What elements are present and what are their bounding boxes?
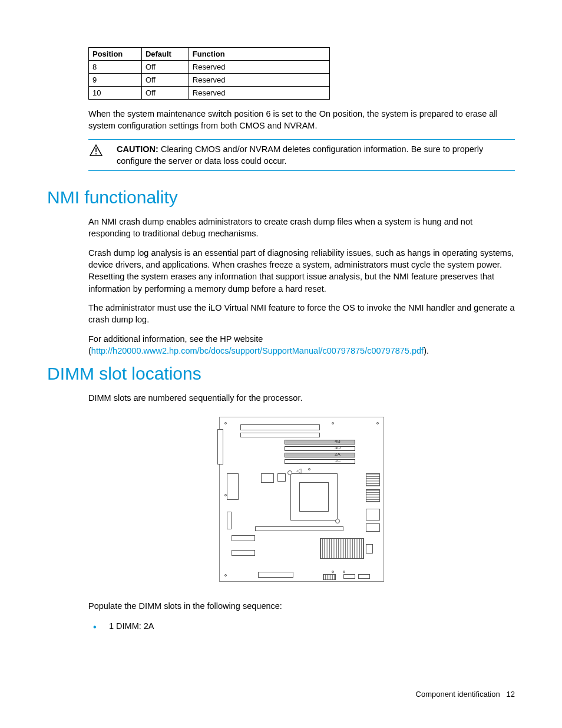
th-default: Default (141, 48, 189, 61)
cell-position: 10 (89, 87, 142, 100)
nmi-p4-post: ). (424, 346, 429, 355)
dimm-diagram: 4B 3D 2A 1C ◁ (88, 417, 515, 584)
caution-label: CAUTION: (117, 144, 158, 154)
cell-default: Off (141, 61, 189, 74)
list-item: 1 DIMM: 2A (88, 620, 515, 633)
cell-position: 9 (89, 74, 142, 87)
nmi-heading: NMI functionality (47, 187, 515, 207)
maintenance-note: When the system maintenance switch posit… (88, 108, 515, 132)
footer-page: 12 (507, 690, 515, 699)
nmi-p2: Crash dump log analysis is an essential … (88, 247, 515, 295)
table-row: 9 Off Reserved (89, 74, 330, 87)
cell-default: Off (141, 74, 189, 87)
hp-website-link[interactable]: http://h20000.www2.hp.com/bc/docs/suppor… (91, 346, 424, 355)
dimm-label-3d: 3D (335, 445, 340, 450)
footer-section: Component identification (416, 690, 500, 699)
nmi-p4: For additional information, see the HP w… (88, 333, 515, 357)
dimm-sequence-list: 1 DIMM: 2A (88, 620, 515, 633)
th-function: Function (189, 48, 329, 61)
dimm-populate: Populate the DIMM slots in the following… (88, 600, 515, 612)
page-footer: Component identification 12 (416, 690, 515, 699)
cell-position: 8 (89, 61, 142, 74)
cell-function: Reserved (189, 74, 329, 87)
caution-box: CAUTION: Clearing CMOS and/or NVRAM dele… (88, 139, 515, 172)
dimm-intro: DIMM slots are numbered sequentially for… (88, 392, 515, 404)
dimm-label-1c: 1C (335, 458, 340, 463)
cell-function: Reserved (189, 61, 329, 74)
switch-table: Position Default Function 8 Off Reserved… (88, 47, 515, 100)
table-row: 10 Off Reserved (89, 87, 330, 100)
dimm-heading: DIMM slot locations (47, 364, 515, 384)
caution-icon (88, 143, 105, 158)
dimm-label-4b: 4B (335, 439, 340, 444)
th-position: Position (89, 48, 142, 61)
caution-text: CAUTION: Clearing CMOS and/or NVRAM dele… (117, 143, 515, 167)
cell-function: Reserved (189, 87, 329, 100)
nmi-p3: The administrator must use the iLO Virtu… (88, 302, 515, 326)
nmi-p1: An NMI crash dump enables administrators… (88, 216, 515, 240)
cell-default: Off (141, 87, 189, 100)
svg-point-2 (95, 153, 97, 154)
table: Position Default Function 8 Off Reserved… (88, 47, 330, 100)
dimm-label-2a: 2A (335, 452, 340, 457)
table-row: 8 Off Reserved (89, 61, 330, 74)
caution-body: Clearing CMOS and/or NVRAM deletes confi… (117, 144, 483, 166)
